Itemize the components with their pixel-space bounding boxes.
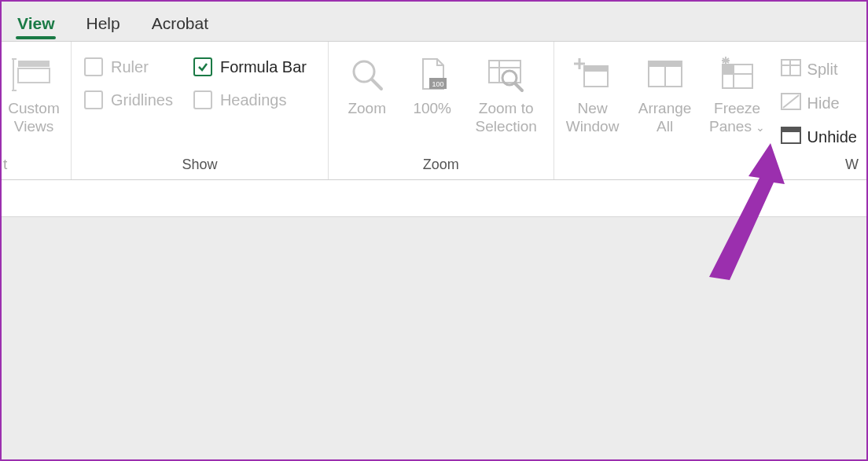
zoom-button[interactable]: Zoom: [338, 50, 396, 118]
views-trunc-label: t: [3, 156, 7, 172]
tab-help[interactable]: Help: [81, 8, 124, 41]
app-window: View Help Acrobat Cust: [0, 0, 868, 461]
split-button[interactable]: Split: [778, 54, 860, 85]
chk-gridlines-label: Gridlines: [111, 91, 173, 109]
ribbon-tab-strip: View Help Acrobat: [2, 2, 866, 41]
chk-gridlines[interactable]: Gridlines: [84, 90, 173, 109]
unhide-label: Unhide: [807, 128, 857, 146]
chk-headings-label: Headings: [220, 91, 287, 109]
arrange-all-label: Arrange All: [638, 100, 692, 136]
new-window-label: New Window: [566, 100, 620, 136]
custom-views-button[interactable]: Custom Views: [3, 50, 64, 136]
chk-formula-bar-label: Formula Bar: [220, 58, 307, 76]
zoom-selection-icon: [486, 53, 527, 97]
formula-bar-row[interactable]: [2, 180, 866, 217]
tab-acrobat[interactable]: Acrobat: [147, 8, 213, 41]
hide-label: Hide: [807, 94, 840, 112]
group-show-label: Show: [78, 157, 322, 176]
hide-button[interactable]: Hide: [778, 88, 860, 119]
group-window: New Window Arrange All: [554, 42, 866, 179]
svg-rect-24: [723, 65, 734, 74]
checkbox-icon: [84, 90, 103, 109]
svg-rect-15: [584, 66, 608, 72]
chevron-down-icon: ⌄: [756, 121, 765, 134]
split-icon: [781, 59, 801, 80]
chk-formula-bar[interactable]: Formula Bar: [193, 57, 307, 76]
group-window-label: W: [561, 157, 860, 176]
chk-ruler[interactable]: Ruler: [84, 57, 173, 76]
arrange-all-icon: [645, 53, 685, 97]
svg-rect-19: [649, 61, 682, 67]
freeze-panes-button[interactable]: Freeze Panes ⌄: [705, 50, 770, 136]
zoom-to-selection-button[interactable]: Zoom to Selection: [469, 50, 544, 136]
new-window-icon: [573, 53, 612, 97]
freeze-panes-icon: [718, 53, 757, 97]
split-label: Split: [807, 61, 838, 79]
checkbox-icon: [84, 57, 103, 76]
freeze-panes-label: Freeze Panes ⌄: [709, 100, 765, 136]
magnifier-icon: [348, 53, 386, 97]
checkbox-icon: [193, 57, 212, 76]
arrange-all-button[interactable]: Arrange All: [633, 50, 697, 136]
page-100-icon: 100: [414, 53, 451, 97]
new-window-button[interactable]: New Window: [561, 50, 625, 136]
svg-rect-0: [18, 61, 50, 67]
group-zoom: Zoom 100 100%: [328, 42, 554, 179]
svg-rect-1: [18, 68, 50, 83]
svg-rect-35: [782, 127, 800, 132]
zoom-100-button[interactable]: 100 100%: [404, 50, 461, 118]
chk-headings[interactable]: Headings: [193, 90, 307, 109]
svg-line-6: [372, 79, 381, 89]
group-zoom-label: Zoom: [335, 157, 547, 176]
unhide-icon: [781, 127, 801, 148]
zoom-100-label: 100%: [413, 100, 451, 118]
hide-icon: [781, 93, 801, 114]
svg-text:100: 100: [432, 80, 443, 88]
custom-views-icon: [12, 53, 56, 97]
unhide-button[interactable]: Unhide: [778, 122, 860, 153]
ribbon: Custom Views t Ruler Gridlines: [2, 41, 866, 180]
custom-views-label: Custom Views: [8, 100, 59, 136]
svg-line-13: [515, 83, 522, 90]
checkbox-icon: [193, 90, 212, 109]
chk-ruler-label: Ruler: [111, 58, 149, 76]
zoom-to-selection-label: Zoom to Selection: [476, 100, 537, 136]
group-views: Custom Views t: [2, 42, 71, 179]
group-show: Ruler Gridlines Formula Bar: [71, 42, 328, 179]
svg-line-33: [783, 95, 799, 108]
zoom-label: Zoom: [348, 100, 386, 118]
tab-view[interactable]: View: [13, 8, 59, 41]
